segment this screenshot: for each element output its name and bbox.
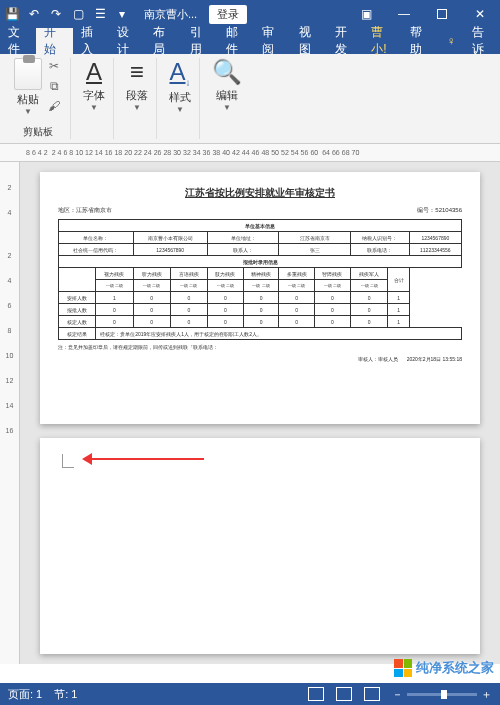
paragraph-label: 段落	[126, 88, 148, 103]
zoom-thumb[interactable]	[441, 690, 447, 699]
group-editing: 🔍 编辑 ▼	[204, 58, 250, 139]
maximize-button[interactable]	[426, 2, 458, 26]
view-read-icon[interactable]	[308, 687, 324, 701]
tab-layout[interactable]: 布局	[145, 28, 181, 54]
copy-icon[interactable]: ⧉	[46, 78, 62, 94]
tab-addin[interactable]: 曹小!	[363, 28, 402, 54]
dis-header	[59, 268, 96, 292]
redo-icon[interactable]: ↷	[48, 6, 64, 22]
tab-review[interactable]: 审阅	[254, 28, 290, 54]
dis-header: 视力残疾	[96, 268, 133, 280]
tab-file[interactable]: 文件	[0, 28, 36, 54]
cell: 单位地址：	[208, 232, 279, 244]
save-icon[interactable]: 💾	[4, 6, 20, 22]
paste-button[interactable]: 粘贴 ▼	[14, 58, 42, 116]
font-button[interactable]: A 字体 ▼	[83, 58, 105, 112]
tab-view[interactable]: 视图	[291, 28, 327, 54]
styles-button[interactable]: A↓ 样式 ▼	[169, 58, 191, 114]
form-table: 单位基本信息 单位名称： 南京曹小本有限公司 单位地址： 江苏省南京市 纳税人识…	[58, 219, 462, 340]
chevron-down-icon: ▼	[133, 103, 141, 112]
data-cell: 0	[170, 292, 207, 304]
watermark-text: 纯净系统之家	[416, 659, 494, 677]
tab-home[interactable]: 开始	[36, 28, 72, 54]
paste-label: 粘贴	[17, 92, 39, 107]
signature-line: 审核人：审核人员 2020年2月18日 13:55:18	[58, 356, 462, 362]
touch-icon[interactable]: ☰	[92, 6, 108, 22]
view-web-icon[interactable]	[364, 687, 380, 701]
row-label: 安排人数	[59, 292, 96, 304]
data-cell: 0	[350, 316, 388, 328]
cell: 社会统一信用代码：	[59, 244, 134, 256]
dis-subheader: 一级 二级	[279, 280, 315, 292]
sign-date: 2020年2月18日 13:55:18	[407, 356, 462, 362]
close-button[interactable]: ✕	[464, 2, 496, 26]
dis-header: 听力残疾	[133, 268, 170, 280]
data-cell: 0	[315, 316, 351, 328]
total-cell: 1	[388, 292, 409, 304]
dis-subheader: 一级 二级	[315, 280, 351, 292]
data-cell: 0	[279, 316, 315, 328]
status-section[interactable]: 节: 1	[54, 687, 77, 702]
page-2	[40, 438, 480, 654]
ruler-horizontal[interactable]: 8642246810121416182022242628303234363840…	[0, 144, 500, 162]
total-cell: 1	[388, 304, 409, 316]
view-print-icon[interactable]	[336, 687, 352, 701]
document-area: 24246810121416 江苏省按比例安排就业年审核定书 地区：江苏省南京市…	[0, 162, 500, 664]
annotation-arrow	[84, 458, 204, 460]
undo-icon[interactable]: ↶	[26, 6, 42, 22]
status-page[interactable]: 页面: 1	[8, 687, 42, 702]
data-cell: 0	[170, 316, 207, 328]
doc-heading: 江苏省按比例安排就业年审核定书	[58, 186, 462, 200]
data-cell: 0	[208, 292, 244, 304]
section-1-header: 单位基本信息	[59, 220, 462, 232]
chevron-down-icon: ▼	[24, 107, 32, 116]
paragraph-icon: ≡	[130, 58, 144, 86]
data-cell: 0	[315, 304, 351, 316]
format-painter-icon[interactable]: 🖌	[46, 98, 62, 114]
editing-button[interactable]: 🔍 编辑 ▼	[212, 58, 242, 112]
tab-tellme[interactable]: 告诉	[464, 28, 500, 54]
row-label: 报批人数	[59, 304, 96, 316]
dis-subheader: 一级 二级	[96, 280, 133, 292]
login-button[interactable]: 登录	[209, 5, 247, 24]
data-cell: 0	[243, 292, 279, 304]
font-label: 字体	[83, 88, 105, 103]
ribbon-tabs: 文件 开始 插入 设计 布局 引用 邮件 审阅 视图 开发 曹小! 帮助 ♀ 告…	[0, 28, 500, 54]
minimize-button[interactable]: —	[388, 2, 420, 26]
tab-developer[interactable]: 开发	[327, 28, 363, 54]
tab-mailings[interactable]: 邮件	[218, 28, 254, 54]
dis-subheader: 一级 二级	[208, 280, 244, 292]
page-scroll[interactable]: 江苏省按比例安排就业年审核定书 地区：江苏省南京市 编号：52104356 单位…	[20, 162, 500, 664]
tab-references[interactable]: 引用	[182, 28, 218, 54]
zoom-control: － ＋	[392, 687, 492, 702]
remark-label: 核定结果	[59, 328, 96, 340]
qat-more-icon[interactable]: ▾	[114, 6, 130, 22]
tab-insert[interactable]: 插入	[73, 28, 109, 54]
tab-help[interactable]: 帮助	[402, 28, 438, 54]
tab-design[interactable]: 设计	[109, 28, 145, 54]
zoom-in-button[interactable]: ＋	[481, 687, 492, 702]
status-bar: 页面: 1 节: 1 － ＋	[0, 683, 500, 705]
cut-icon[interactable]: ✂	[46, 58, 62, 74]
ribbon-options-icon[interactable]: ▣	[350, 2, 382, 26]
data-cell: 0	[133, 304, 170, 316]
zoom-out-button[interactable]: －	[392, 687, 403, 702]
dis-header: 多重残疾	[279, 268, 315, 280]
data-cell: 0	[170, 304, 207, 316]
data-cell: 0	[350, 304, 388, 316]
text-cursor[interactable]	[62, 454, 74, 468]
data-cell: 0	[279, 292, 315, 304]
zoom-slider[interactable]	[407, 693, 477, 696]
cell: 1234567890	[133, 244, 208, 256]
paragraph-button[interactable]: ≡ 段落 ▼	[126, 58, 148, 112]
signer: 审核人：审核人员	[358, 356, 398, 362]
doc-meta: 地区：江苏省南京市 编号：52104356	[58, 206, 462, 215]
footnote: 注：意见并加盖印章后，请在规定期限前，回传或送到残联「联系电话：	[58, 344, 462, 350]
data-cell: 0	[243, 304, 279, 316]
new-icon[interactable]: ▢	[70, 6, 86, 22]
cell: 1234567890	[409, 232, 461, 244]
ruler-vertical[interactable]: 24246810121416	[0, 162, 20, 664]
tell-me-icon[interactable]: ♀	[439, 28, 464, 54]
dis-header: 言语残疾	[170, 268, 207, 280]
group-styles: A↓ 样式 ▼	[161, 58, 200, 139]
